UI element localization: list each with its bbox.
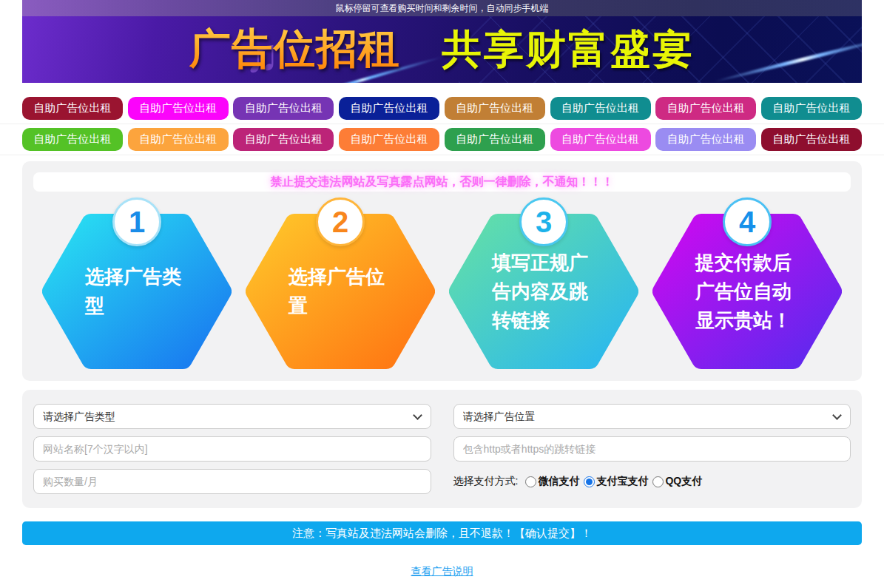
submit-text: 注意：写真站及违法网站会删除，且不退款！【确认提交】！ <box>292 527 592 541</box>
ad-position-select[interactable]: 请选择广告位置 <box>453 404 851 429</box>
payment-method-label: 选择支付方式: <box>453 475 519 488</box>
ad-slot-button[interactable]: 自助广告位出租 <box>233 128 334 151</box>
steps: 1 选择广告类型 2 选择广告位置 3 填写正规广告内容及跳转链接 <box>33 197 851 374</box>
banner-title: 广告位招租 <box>189 21 400 78</box>
ad-slot-button[interactable]: 自助广告位出租 <box>445 97 545 120</box>
ad-slot-button[interactable]: 自助广告位出租 <box>233 97 334 120</box>
qq-pay-label: QQ支付 <box>665 475 702 488</box>
ad-position-select-wrap: 请选择广告位置 <box>453 404 851 429</box>
step-3-label: 填写正规广告内容及跳转链接 <box>492 214 598 369</box>
ad-slot-button[interactable]: 自助广告位出租 <box>655 128 756 151</box>
steps-panel: 禁止提交违法网站及写真露点网站，否则一律删除，不通知！！！ 1 选择广告类型 2… <box>22 161 862 381</box>
wechat-pay-radio[interactable] <box>525 476 536 487</box>
step-3: 3 填写正规广告内容及跳转链接 <box>449 197 638 374</box>
ad-rental-page: 鼠标停留可查看购买时间和剩余时间，自动同步手机端 ♫ 广告位招租 共享财富盛宴 … <box>0 0 884 578</box>
step-2: 2 选择广告位置 <box>246 197 435 374</box>
ad-button-row-2: 自助广告位出租自助广告位出租自助广告位出租自助广告位出租自助广告位出租自助广告位… <box>0 124 884 155</box>
payment-option-wechat[interactable]: 微信支付 <box>525 475 579 488</box>
step-1-label: 选择广告类型 <box>85 214 192 369</box>
ad-slot-button[interactable]: 自助广告位出租 <box>761 128 862 151</box>
ad-type-select-wrap: 请选择广告类型 <box>33 404 431 429</box>
site-name-input[interactable] <box>33 436 431 462</box>
ad-slot-button[interactable]: 自助广告位出租 <box>22 97 123 120</box>
banner-subtitle: 共享财富盛宴 <box>442 23 695 77</box>
step-4: 4 提交付款后广告位自动显示贵站！ <box>652 197 842 374</box>
header: 鼠标停留可查看购买时间和剩余时间，自动同步手机端 ♫ 广告位招租 共享财富盛宴 <box>22 0 862 83</box>
step-4-label: 提交付款后广告位自动显示贵站！ <box>695 214 802 369</box>
quantity-input[interactable] <box>33 469 431 494</box>
banner-content: ♫ 广告位招租 共享财富盛宴 <box>22 16 862 83</box>
ad-slot-button[interactable]: 自助广告位出租 <box>655 97 756 120</box>
ad-slot-button[interactable]: 自助广告位出租 <box>550 97 651 120</box>
step-1: 1 选择广告类型 <box>42 197 232 374</box>
ad-info-link[interactable]: 查看广告说明 <box>411 565 473 577</box>
ad-form: 请选择广告类型 请选择广告位置 选择支付方式: 微信支付 支付宝支付 <box>22 390 862 508</box>
ad-slot-button[interactable]: 自助广告位出租 <box>761 97 862 120</box>
submit-button[interactable]: 注意：写真站及违法网站会删除，且不退款！【确认提交】！ <box>22 521 862 545</box>
topbar: 鼠标停留可查看购买时间和剩余时间，自动同步手机端 <box>22 0 862 16</box>
qq-pay-radio[interactable] <box>652 476 664 487</box>
alipay-label: 支付宝支付 <box>596 475 648 488</box>
payment-method-row: 选择支付方式: 微信支付 支付宝支付 QQ支付 <box>453 469 851 494</box>
step-2-label: 选择广告位置 <box>289 214 395 369</box>
payment-option-alipay[interactable]: 支付宝支付 <box>584 475 648 488</box>
banner: ♫ 广告位招租 共享财富盛宴 <box>22 16 862 83</box>
ad-slot-button[interactable]: 自助广告位出租 <box>445 128 545 151</box>
ad-slot-button[interactable]: 自助广告位出租 <box>550 128 651 151</box>
payment-option-qq[interactable]: QQ支付 <box>652 475 702 488</box>
notice-bar: 禁止提交违法网站及写真露点网站，否则一律删除，不通知！！！ <box>33 172 851 192</box>
topbar-text: 鼠标停留可查看购买时间和剩余时间，自动同步手机端 <box>336 2 549 15</box>
ad-button-row-1: 自助广告位出租自助广告位出租自助广告位出租自助广告位出租自助广告位出租自助广告位… <box>0 93 884 124</box>
footer: 查看广告说明 <box>0 564 884 578</box>
notice-text: 禁止提交违法网站及写真露点网站，否则一律删除，不通知！！！ <box>271 175 614 190</box>
wechat-pay-label: 微信支付 <box>538 475 579 488</box>
alipay-radio[interactable] <box>584 476 595 487</box>
ad-slot-button[interactable]: 自助广告位出租 <box>339 128 439 151</box>
jump-link-input[interactable] <box>453 436 851 462</box>
ad-type-select[interactable]: 请选择广告类型 <box>33 404 431 429</box>
ad-slot-button[interactable]: 自助广告位出租 <box>128 128 229 151</box>
ad-slot-button[interactable]: 自助广告位出租 <box>339 97 439 120</box>
ad-slot-button[interactable]: 自助广告位出租 <box>22 128 123 151</box>
ad-slot-button[interactable]: 自助广告位出租 <box>128 97 229 120</box>
